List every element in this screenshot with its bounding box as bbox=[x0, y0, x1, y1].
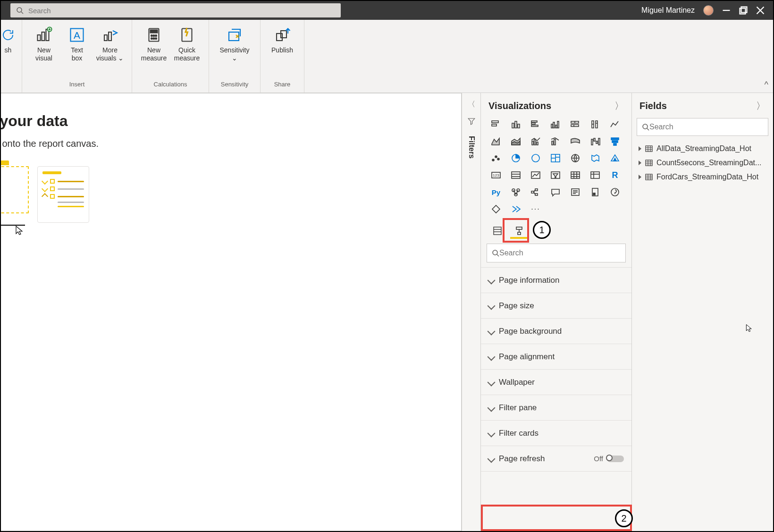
decomposition-icon[interactable] bbox=[528, 186, 543, 198]
slicer-icon[interactable] bbox=[548, 169, 563, 181]
section-page-size[interactable]: Page size bbox=[481, 293, 631, 319]
section-page-alignment[interactable]: Page alignment bbox=[481, 344, 631, 370]
r-visual-icon[interactable]: R bbox=[607, 169, 623, 181]
section-filter-pane[interactable]: Filter pane bbox=[481, 395, 631, 421]
publish-button[interactable]: Publish bbox=[267, 24, 297, 81]
filled-map-icon[interactable] bbox=[588, 152, 603, 164]
arcgis-icon[interactable] bbox=[607, 186, 623, 198]
svg-rect-52 bbox=[552, 141, 553, 145]
svg-rect-53 bbox=[554, 139, 555, 145]
text-box-button[interactable]: A Textbox bbox=[62, 24, 92, 81]
line-clustered-icon[interactable] bbox=[548, 135, 563, 147]
matrix-icon[interactable] bbox=[588, 169, 603, 181]
paginated-icon[interactable] bbox=[588, 186, 603, 198]
chevron-down-icon: ⌄ bbox=[232, 54, 237, 62]
treemap-icon[interactable] bbox=[548, 152, 563, 164]
field-table[interactable]: Count5secons_StreamingDat... bbox=[632, 156, 773, 170]
page-refresh-toggle[interactable]: Off bbox=[594, 455, 624, 463]
donut-icon[interactable] bbox=[528, 152, 543, 164]
new-visual-button[interactable]: Newvisual bbox=[29, 24, 59, 81]
sensitivity-button[interactable]: Sensitivity⌄ bbox=[216, 24, 253, 81]
table-icon[interactable] bbox=[568, 169, 583, 181]
format-search[interactable] bbox=[487, 244, 626, 262]
waterfall-icon[interactable] bbox=[588, 135, 603, 147]
qna-icon[interactable] bbox=[548, 186, 563, 198]
clustered-bar-icon[interactable] bbox=[528, 118, 543, 130]
ribbon-chart-icon[interactable] bbox=[568, 135, 583, 147]
stacked-area-icon[interactable] bbox=[508, 135, 523, 147]
minimize-button[interactable] bbox=[722, 6, 731, 15]
svg-point-61 bbox=[492, 159, 494, 161]
format-search-input[interactable] bbox=[499, 249, 621, 257]
key-influencers-icon[interactable] bbox=[508, 186, 523, 198]
refresh-button[interactable]: sh bbox=[1, 24, 15, 81]
global-search-input[interactable] bbox=[28, 7, 335, 15]
format-tab[interactable] bbox=[510, 223, 528, 239]
smart-narrative-icon[interactable] bbox=[568, 186, 583, 198]
table-icon bbox=[645, 173, 653, 181]
section-page-refresh[interactable]: Page refresh Off bbox=[481, 446, 631, 472]
card-icon[interactable]: 123 bbox=[488, 169, 504, 181]
svg-point-114 bbox=[643, 124, 648, 129]
svg-rect-30 bbox=[492, 124, 496, 126]
funnel-icon[interactable] bbox=[607, 135, 623, 147]
collapse-visualizations-icon[interactable]: 〉 bbox=[614, 100, 624, 112]
ribbon-group-label: Share bbox=[274, 81, 291, 91]
stacked-bar-icon[interactable] bbox=[488, 118, 504, 130]
svg-line-1 bbox=[21, 12, 23, 14]
line-column-icon[interactable] bbox=[528, 135, 543, 147]
new-measure-button[interactable]: Newmeasure bbox=[139, 24, 169, 81]
field-table[interactable]: AllData_StreamingData_Hot bbox=[632, 142, 773, 156]
section-page-background[interactable]: Page background bbox=[481, 319, 631, 344]
more-visuals-icon[interactable]: ··· bbox=[528, 203, 543, 215]
section-page-information[interactable]: Page information bbox=[481, 268, 631, 293]
main-area: ls with your data Fields pane onto the r… bbox=[1, 93, 773, 531]
more-visuals-button[interactable]: Morevisuals ⌄ bbox=[95, 24, 125, 81]
maximize-button[interactable] bbox=[739, 6, 748, 15]
search-icon bbox=[642, 123, 649, 131]
collapse-ribbon-button[interactable]: ^ bbox=[765, 80, 768, 90]
hundred-column-icon[interactable] bbox=[588, 118, 603, 130]
clustered-column-icon[interactable] bbox=[548, 118, 563, 130]
fields-search-input[interactable] bbox=[649, 123, 763, 131]
line-chart-icon[interactable] bbox=[607, 118, 623, 130]
area-chart-icon[interactable] bbox=[488, 135, 504, 147]
azure-map-icon[interactable] bbox=[607, 152, 623, 164]
format-sections: Page information Page size Page backgrou… bbox=[481, 267, 631, 472]
pie-icon[interactable] bbox=[508, 152, 523, 164]
svg-rect-126 bbox=[646, 174, 652, 180]
search-icon bbox=[492, 249, 499, 257]
report-canvas[interactable]: ls with your data Fields pane onto the r… bbox=[0, 93, 462, 531]
svg-rect-60 bbox=[614, 144, 616, 145]
svg-rect-81 bbox=[571, 172, 580, 178]
section-wallpaper[interactable]: Wallpaper bbox=[481, 370, 631, 395]
power-apps-icon[interactable] bbox=[488, 203, 504, 215]
close-button[interactable] bbox=[756, 6, 765, 15]
expand-icon bbox=[639, 146, 641, 151]
svg-rect-33 bbox=[518, 124, 520, 128]
ribbon-group-sensitivity: Sensitivity⌄ Sensitivity bbox=[209, 20, 261, 93]
quick-measure-button[interactable]: Quickmeasure bbox=[172, 24, 202, 81]
stacked-column-icon[interactable] bbox=[508, 118, 523, 130]
multi-card-icon[interactable] bbox=[508, 169, 523, 181]
map-icon[interactable] bbox=[568, 152, 583, 164]
svg-rect-35 bbox=[531, 123, 535, 124]
filters-pane-collapsed[interactable]: 〈 Filters bbox=[462, 93, 480, 531]
fields-tab[interactable] bbox=[488, 223, 506, 239]
scatter-icon[interactable] bbox=[488, 152, 504, 164]
fields-search[interactable] bbox=[637, 118, 768, 136]
svg-point-0 bbox=[17, 8, 22, 12]
field-table[interactable]: FordCars_StreamingData_Hot bbox=[632, 170, 773, 184]
hundred-bar-icon[interactable] bbox=[568, 118, 583, 130]
svg-rect-95 bbox=[535, 189, 538, 191]
search-icon bbox=[16, 7, 24, 14]
expand-filters-icon[interactable]: 〈 bbox=[468, 100, 475, 110]
avatar[interactable] bbox=[703, 5, 714, 16]
svg-point-63 bbox=[497, 158, 499, 160]
section-filter-cards[interactable]: Filter cards bbox=[481, 421, 631, 446]
global-search[interactable] bbox=[10, 3, 341, 17]
power-automate-icon[interactable] bbox=[508, 203, 523, 215]
collapse-fields-icon[interactable]: 〉 bbox=[756, 100, 766, 112]
kpi-icon[interactable] bbox=[528, 169, 543, 181]
py-visual-icon[interactable]: Py bbox=[488, 186, 504, 198]
